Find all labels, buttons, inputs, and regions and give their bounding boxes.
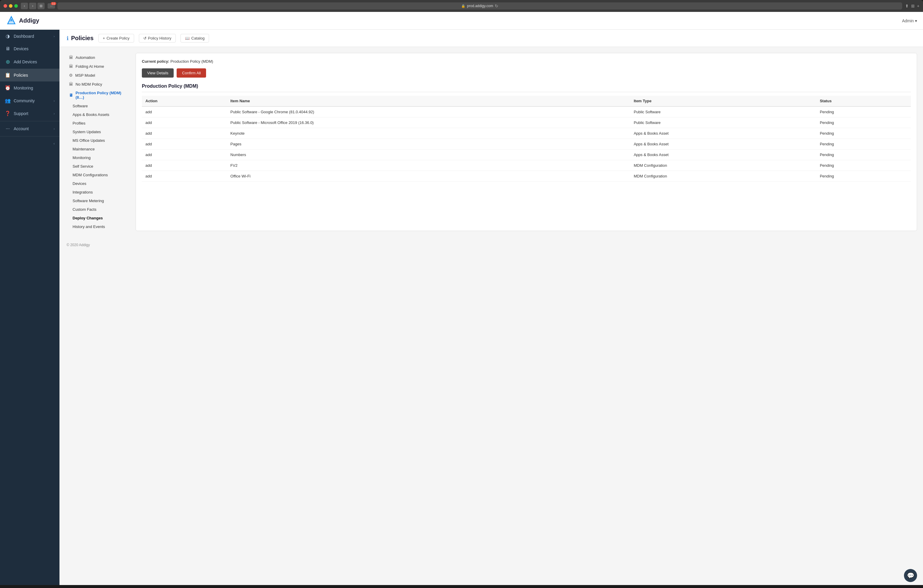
- cell-item-name[interactable]: Public Software - Google Chrome (81.0.40…: [227, 107, 630, 117]
- sub-menu-label: Self Service: [72, 164, 93, 169]
- sub-menu-system-updates[interactable]: System Updates: [66, 128, 131, 136]
- sub-menu-automation[interactable]: 🏛 Automation: [66, 53, 131, 62]
- cell-action: add: [142, 117, 227, 128]
- forward-button[interactable]: ›: [29, 3, 36, 9]
- refresh-button[interactable]: ↻: [495, 3, 498, 8]
- close-button[interactable]: [3, 4, 7, 8]
- cell-status: Pending: [816, 160, 911, 171]
- account-icon: ···: [5, 126, 11, 131]
- cell-item-name[interactable]: FV2: [227, 160, 630, 171]
- chat-icon: 💬: [907, 572, 915, 579]
- table-body: addPublic Software - Google Chrome (81.0…: [142, 107, 911, 182]
- sub-menu-mdm-config[interactable]: MDM Configurations: [66, 171, 131, 179]
- browser-nav: ‹ › ⊞: [21, 3, 44, 9]
- chevron-right-icon: ›: [54, 127, 55, 130]
- sub-menu-apps-books[interactable]: Apps & Books Assets: [66, 110, 131, 119]
- catalog-button[interactable]: 📖 Catalog: [181, 34, 209, 43]
- monitor-icon: 🖥: [69, 93, 73, 97]
- sub-menu-folding-at-home[interactable]: 🏛 Folding At Home: [66, 62, 131, 71]
- content-card: Current policy: Production Policy (MDM) …: [136, 53, 917, 231]
- sidebar-divider-2: [0, 136, 59, 136]
- table-row: addPublic Software - Google Chrome (81.0…: [142, 107, 911, 117]
- sidebar-item-policies[interactable]: 📋 Policies: [0, 69, 59, 81]
- chevron-right-icon: ›: [54, 99, 55, 103]
- back-button[interactable]: ‹: [21, 3, 28, 9]
- cell-item-name[interactable]: Keynote: [227, 128, 630, 139]
- sub-menu-ms-office[interactable]: MS Office Updates: [66, 136, 131, 145]
- table-row: addOffice Wi-FiMDM ConfigurationPending: [142, 171, 911, 182]
- page-footer: © 2020 Addigy: [59, 237, 923, 253]
- browser-actions: ⬆ ⊞ +: [905, 3, 920, 8]
- sidebar-item-support[interactable]: ❓ Support ›: [0, 107, 59, 120]
- sidebar-item-monitoring[interactable]: ⏰ Monitoring: [0, 81, 59, 94]
- sub-menu-label: Folding At Home: [76, 64, 104, 69]
- new-tab-button[interactable]: ⊞: [911, 3, 915, 8]
- col-status: Status: [816, 96, 911, 107]
- sub-menu-maintenance[interactable]: Maintenance: [66, 145, 131, 153]
- sub-menu-label: Devices: [72, 181, 86, 186]
- cell-item-name[interactable]: Public Software - Microsoft Office 2019 …: [227, 117, 630, 128]
- no-mdm-icon: 🏛: [69, 82, 73, 87]
- share-button[interactable]: ⬆: [905, 3, 909, 8]
- copyright-text: © 2020 Addigy: [67, 243, 90, 247]
- chat-widget[interactable]: 💬: [904, 569, 917, 582]
- sub-menu-label: Maintenance: [72, 147, 95, 151]
- policy-table: Action Item Name Item Type Status addPub…: [142, 96, 911, 182]
- cell-action: add: [142, 128, 227, 139]
- cell-item-name[interactable]: Pages: [227, 139, 630, 149]
- sidebar-item-account[interactable]: ··· Account ›: [0, 123, 59, 135]
- sidebar-item-add-devices[interactable]: ⊕ Add Devices: [0, 55, 59, 69]
- cell-item-type: MDM Configuration: [630, 160, 816, 171]
- sub-menu-monitoring[interactable]: Monitoring: [66, 153, 131, 162]
- sidebar-item-community[interactable]: 👥 Community ›: [0, 94, 59, 107]
- cell-item-type: MDM Configuration: [630, 171, 816, 182]
- policy-history-label: Policy History: [148, 36, 172, 40]
- community-icon: 👥: [5, 98, 11, 103]
- view-details-button[interactable]: View Details: [142, 68, 174, 77]
- table-header-row: Action Item Name Item Type Status: [142, 96, 911, 107]
- dashboard-icon: ◑: [5, 33, 11, 39]
- sub-menu-no-mdm[interactable]: 🏛 No MDM Policy: [66, 80, 131, 89]
- split-view-button[interactable]: ⊞: [38, 3, 44, 9]
- sub-menu-software[interactable]: Software: [66, 102, 131, 110]
- cell-item-name[interactable]: Numbers: [227, 149, 630, 160]
- current-policy-line: Current policy: Production Policy (MDM): [142, 59, 911, 64]
- policy-history-button[interactable]: ↺ Policy History: [139, 34, 176, 43]
- folding-icon: 🏛: [69, 64, 73, 69]
- sub-menu-production-policy[interactable]: 🖥 Production Policy (MDM) (8…): [66, 89, 131, 102]
- sidebar-item-devices[interactable]: 🖥 Devices: [0, 43, 59, 55]
- sub-menu-label: Integrations: [72, 190, 93, 194]
- address-bar[interactable]: 🔒 prod.addigy.com ↻: [57, 2, 902, 10]
- sub-menu-software-metering[interactable]: Software Metering: [66, 197, 131, 205]
- maximize-button[interactable]: [14, 4, 18, 8]
- col-action: Action: [142, 96, 227, 107]
- tab-overflow[interactable]: ··· 11: [48, 3, 55, 8]
- minimize-button[interactable]: [9, 4, 13, 8]
- cell-status: Pending: [816, 149, 911, 160]
- sub-menu-label: System Updates: [72, 130, 101, 134]
- sub-menu-label: Profiles: [72, 121, 85, 125]
- cell-action: add: [142, 171, 227, 182]
- cell-item-type: Apps & Books Asset: [630, 128, 816, 139]
- sub-menu-deploy-changes[interactable]: Deploy Changes: [66, 214, 131, 222]
- confirm-all-button[interactable]: Confirm All: [177, 68, 206, 77]
- sub-menu-profiles[interactable]: Profiles: [66, 119, 131, 128]
- app-header: Addigy Admin ▾: [0, 12, 923, 30]
- policy-table-title: Production Policy (MDM): [142, 84, 911, 92]
- table-row: addPagesApps & Books AssetPending: [142, 139, 911, 149]
- sub-menu-history-events[interactable]: History and Events: [66, 222, 131, 231]
- content-area: ℹ Policies + Create Policy ↺ Policy Hist…: [59, 30, 923, 585]
- cell-status: Pending: [816, 139, 911, 149]
- admin-menu[interactable]: Admin ▾: [902, 18, 917, 23]
- cell-item-name[interactable]: Office Wi-Fi: [227, 171, 630, 182]
- sub-menu-custom-facts[interactable]: Custom Facts: [66, 205, 131, 214]
- create-policy-button[interactable]: + Create Policy: [99, 34, 134, 43]
- sidebar-item-dashboard[interactable]: ◑ Dashboard ›: [0, 30, 59, 43]
- sidebar-label: Support: [14, 111, 51, 116]
- add-tab-button[interactable]: +: [917, 3, 920, 8]
- sidebar-collapse-button[interactable]: ‹: [0, 138, 59, 149]
- sub-menu-integrations[interactable]: Integrations: [66, 188, 131, 197]
- sub-menu-devices[interactable]: Devices: [66, 179, 131, 188]
- sub-menu-self-service[interactable]: Self Service: [66, 162, 131, 171]
- sub-menu-msp-model[interactable]: ⚙ MSP Model: [66, 71, 131, 80]
